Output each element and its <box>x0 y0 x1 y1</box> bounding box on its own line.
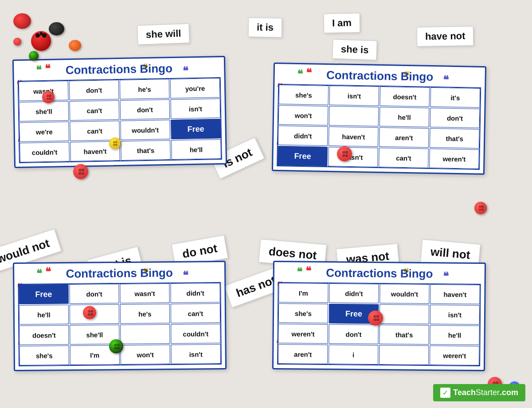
bingo-cell <box>329 106 379 126</box>
bingo-cell <box>379 304 429 324</box>
bingo-cell: we're <box>19 122 69 142</box>
token-token5 <box>109 137 121 149</box>
logo-text: TeachStarter.com <box>453 388 518 397</box>
bingo-cell: isn't <box>171 98 221 119</box>
bingo-cell: that's <box>121 140 171 161</box>
bingo-cell <box>120 324 170 344</box>
word-card-she-is: she is <box>332 39 377 60</box>
word-card-it-is: it is <box>248 17 282 37</box>
bingo-cell: isn't <box>430 305 480 325</box>
bingo-cell: he'll <box>19 305 69 325</box>
bingo-cell: Free <box>278 146 328 166</box>
bingo-board-board-top-right: ❝❝❝❝❝❝❝❝❝❝❝❝Contractions Bingoshe'sisn't… <box>272 63 486 175</box>
bingo-cell: you're <box>170 78 220 98</box>
decor-ladybug <box>31 31 51 51</box>
bingo-cell: weren't <box>278 324 328 344</box>
teachstarter-logo: ✓ TeachStarter.com <box>433 384 525 401</box>
bingo-cell: haven't <box>430 284 480 304</box>
token-token8 <box>337 146 352 161</box>
token-token7 <box>109 339 123 353</box>
bingo-cell: couldn't <box>171 324 220 344</box>
token-token1 <box>42 91 55 103</box>
bingo-cell: she's <box>279 85 329 105</box>
bingo-cell: aren't <box>379 127 429 148</box>
bingo-cell: don't <box>430 108 480 128</box>
bingo-cell: it's <box>430 87 480 108</box>
bingo-cell: doesn't <box>379 86 430 107</box>
bingo-cell: didn't <box>170 283 220 303</box>
word-card-i-am: I am <box>324 13 360 33</box>
bingo-cell: I'm <box>278 283 328 303</box>
bingo-cell: can't <box>70 100 120 121</box>
bingo-cell: he'll <box>430 325 479 345</box>
bingo-cell: that's <box>430 128 480 149</box>
decor-black-stone <box>49 22 64 35</box>
bingo-cell: he's <box>120 304 170 324</box>
bingo-cell: she'll <box>19 101 69 122</box>
bingo-cell: hasn't <box>328 147 378 167</box>
bingo-board-board-top-left: ❝❝❝❝❝❝❝❝❝❝❝❝Contractions Bingowasn'tdon'… <box>12 56 227 168</box>
bingo-cell: he's <box>120 79 170 99</box>
decor-orange-stone <box>69 40 81 51</box>
bingo-cell: don't <box>329 324 378 344</box>
board-title: Contractions Bingo <box>17 61 220 78</box>
bingo-cell: wouldn't <box>120 120 170 140</box>
bingo-cell: don't <box>69 284 119 304</box>
board-title: Contractions Bingo <box>278 266 481 281</box>
bingo-cell: didn't <box>278 126 328 146</box>
bingo-cell: he'll <box>171 139 221 160</box>
bingo-cell: can't <box>171 303 220 323</box>
bingo-board-board-bottom-left: ❝❝❝❝❝❝❝❝❝❝❝❝Contractions BingoFreedon'tw… <box>13 261 227 371</box>
bingo-cell <box>379 345 429 365</box>
token-token4 <box>73 164 88 179</box>
bingo-cell: haven't <box>329 126 379 147</box>
decor-red-stone <box>13 13 31 29</box>
token-token2 <box>29 51 39 61</box>
bingo-cell: wouldn't <box>379 284 429 304</box>
word-card-have-not: have not <box>417 26 474 47</box>
bingo-cell: wasn't <box>120 283 169 303</box>
bingo-cell: aren't <box>278 344 328 364</box>
bingo-cell: don't <box>69 80 119 100</box>
board-title: Contractions Bingo <box>278 67 481 85</box>
bingo-cell: that's <box>379 325 429 345</box>
token-token6 <box>83 306 96 319</box>
word-card-she-will: she will <box>137 24 190 45</box>
bingo-cell: doesn't <box>19 325 69 345</box>
bingo-cell: couldn't <box>20 142 70 162</box>
bingo-cell: weren't <box>429 149 479 169</box>
bingo-cell: he'll <box>379 107 430 127</box>
bingo-cell: won't <box>121 345 170 365</box>
token-token3 <box>13 38 21 46</box>
bingo-cell: she's <box>278 303 328 323</box>
bingo-cell: didn't <box>329 283 379 303</box>
bingo-cell: she's <box>20 345 69 365</box>
token-token10 <box>368 310 383 326</box>
bingo-cell: can't <box>379 148 429 168</box>
bingo-cell: isn't <box>171 344 221 364</box>
bingo-cell: don't <box>120 99 170 120</box>
bingo-cell: isn't <box>329 86 379 106</box>
bingo-cell: weren't <box>430 345 479 365</box>
board-title: Contractions Bingo <box>18 266 221 281</box>
bingo-cell: i <box>329 345 378 365</box>
token-token9 <box>474 202 487 214</box>
bingo-cell: Free <box>19 284 68 304</box>
bingo-cell: won't <box>278 105 329 126</box>
bingo-cell: Free <box>171 119 221 139</box>
